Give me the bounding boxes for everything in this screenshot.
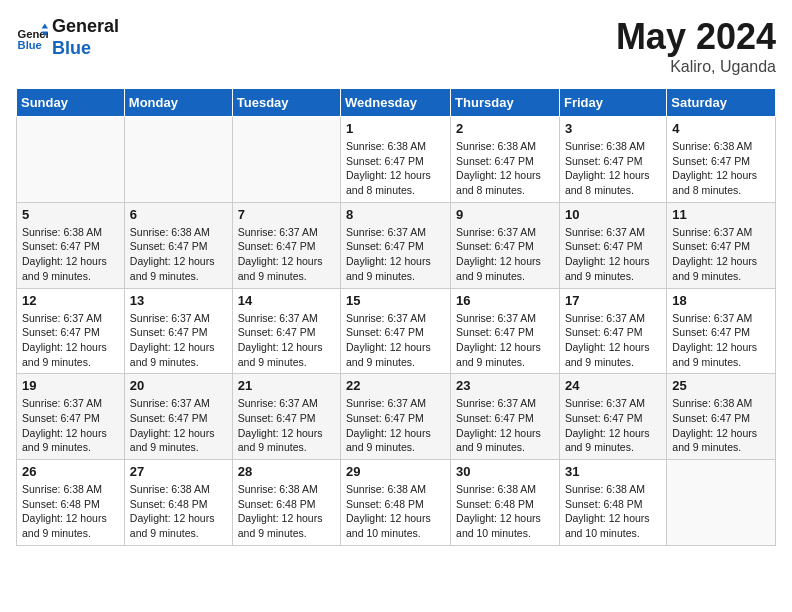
day-info: Sunrise: 6:37 AM Sunset: 6:47 PM Dayligh… xyxy=(456,396,554,455)
day-info: Sunrise: 6:37 AM Sunset: 6:47 PM Dayligh… xyxy=(456,225,554,284)
logo-general: General xyxy=(52,16,119,38)
day-number: 9 xyxy=(456,207,554,222)
day-info: Sunrise: 6:38 AM Sunset: 6:48 PM Dayligh… xyxy=(238,482,335,541)
day-info: Sunrise: 6:37 AM Sunset: 6:47 PM Dayligh… xyxy=(238,396,335,455)
calendar-week-row: 19Sunrise: 6:37 AM Sunset: 6:47 PM Dayli… xyxy=(17,374,776,460)
day-number: 16 xyxy=(456,293,554,308)
day-of-week-header: Monday xyxy=(124,89,232,117)
day-number: 12 xyxy=(22,293,119,308)
day-number: 8 xyxy=(346,207,445,222)
day-number: 19 xyxy=(22,378,119,393)
logo-blue: Blue xyxy=(52,38,119,60)
calendar-cell: 29Sunrise: 6:38 AM Sunset: 6:48 PM Dayli… xyxy=(341,460,451,546)
day-number: 10 xyxy=(565,207,661,222)
calendar-cell: 8Sunrise: 6:37 AM Sunset: 6:47 PM Daylig… xyxy=(341,202,451,288)
day-number: 11 xyxy=(672,207,770,222)
day-of-week-header: Friday xyxy=(559,89,666,117)
day-of-week-header: Wednesday xyxy=(341,89,451,117)
day-number: 30 xyxy=(456,464,554,479)
calendar-cell: 1Sunrise: 6:38 AM Sunset: 6:47 PM Daylig… xyxy=(341,117,451,203)
page-header: General Blue General Blue May 2024 Kalir… xyxy=(16,16,776,76)
day-number: 7 xyxy=(238,207,335,222)
calendar-cell: 4Sunrise: 6:38 AM Sunset: 6:47 PM Daylig… xyxy=(667,117,776,203)
calendar-cell: 30Sunrise: 6:38 AM Sunset: 6:48 PM Dayli… xyxy=(451,460,560,546)
calendar-cell: 24Sunrise: 6:37 AM Sunset: 6:47 PM Dayli… xyxy=(559,374,666,460)
day-number: 21 xyxy=(238,378,335,393)
svg-marker-2 xyxy=(42,23,48,28)
day-of-week-header: Tuesday xyxy=(232,89,340,117)
day-info: Sunrise: 6:38 AM Sunset: 6:47 PM Dayligh… xyxy=(130,225,227,284)
svg-text:Blue: Blue xyxy=(18,39,42,51)
calendar-week-row: 1Sunrise: 6:38 AM Sunset: 6:47 PM Daylig… xyxy=(17,117,776,203)
day-number: 14 xyxy=(238,293,335,308)
calendar-cell xyxy=(124,117,232,203)
day-info: Sunrise: 6:37 AM Sunset: 6:47 PM Dayligh… xyxy=(565,396,661,455)
calendar-week-row: 5Sunrise: 6:38 AM Sunset: 6:47 PM Daylig… xyxy=(17,202,776,288)
day-info: Sunrise: 6:37 AM Sunset: 6:47 PM Dayligh… xyxy=(130,311,227,370)
day-info: Sunrise: 6:38 AM Sunset: 6:47 PM Dayligh… xyxy=(672,139,770,198)
month-title: May 2024 xyxy=(616,16,776,58)
day-number: 13 xyxy=(130,293,227,308)
title-block: May 2024 Kaliro, Uganda xyxy=(616,16,776,76)
day-info: Sunrise: 6:37 AM Sunset: 6:47 PM Dayligh… xyxy=(346,225,445,284)
day-info: Sunrise: 6:37 AM Sunset: 6:47 PM Dayligh… xyxy=(22,311,119,370)
day-number: 20 xyxy=(130,378,227,393)
day-info: Sunrise: 6:38 AM Sunset: 6:47 PM Dayligh… xyxy=(565,139,661,198)
day-number: 3 xyxy=(565,121,661,136)
day-info: Sunrise: 6:38 AM Sunset: 6:47 PM Dayligh… xyxy=(672,396,770,455)
calendar-cell: 20Sunrise: 6:37 AM Sunset: 6:47 PM Dayli… xyxy=(124,374,232,460)
calendar-cell: 9Sunrise: 6:37 AM Sunset: 6:47 PM Daylig… xyxy=(451,202,560,288)
day-number: 5 xyxy=(22,207,119,222)
calendar-cell: 14Sunrise: 6:37 AM Sunset: 6:47 PM Dayli… xyxy=(232,288,340,374)
logo-icon: General Blue xyxy=(16,22,48,54)
calendar-cell: 7Sunrise: 6:37 AM Sunset: 6:47 PM Daylig… xyxy=(232,202,340,288)
day-info: Sunrise: 6:37 AM Sunset: 6:47 PM Dayligh… xyxy=(22,396,119,455)
day-info: Sunrise: 6:37 AM Sunset: 6:47 PM Dayligh… xyxy=(238,225,335,284)
day-number: 25 xyxy=(672,378,770,393)
day-info: Sunrise: 6:38 AM Sunset: 6:47 PM Dayligh… xyxy=(346,139,445,198)
day-info: Sunrise: 6:37 AM Sunset: 6:47 PM Dayligh… xyxy=(456,311,554,370)
day-of-week-header: Saturday xyxy=(667,89,776,117)
day-number: 6 xyxy=(130,207,227,222)
calendar-cell: 16Sunrise: 6:37 AM Sunset: 6:47 PM Dayli… xyxy=(451,288,560,374)
calendar-cell: 10Sunrise: 6:37 AM Sunset: 6:47 PM Dayli… xyxy=(559,202,666,288)
day-number: 22 xyxy=(346,378,445,393)
day-number: 2 xyxy=(456,121,554,136)
day-number: 28 xyxy=(238,464,335,479)
day-of-week-header: Sunday xyxy=(17,89,125,117)
calendar-cell: 19Sunrise: 6:37 AM Sunset: 6:47 PM Dayli… xyxy=(17,374,125,460)
calendar-cell: 25Sunrise: 6:38 AM Sunset: 6:47 PM Dayli… xyxy=(667,374,776,460)
calendar-cell: 18Sunrise: 6:37 AM Sunset: 6:47 PM Dayli… xyxy=(667,288,776,374)
day-info: Sunrise: 6:37 AM Sunset: 6:47 PM Dayligh… xyxy=(238,311,335,370)
day-number: 24 xyxy=(565,378,661,393)
calendar-cell: 2Sunrise: 6:38 AM Sunset: 6:47 PM Daylig… xyxy=(451,117,560,203)
calendar-cell: 23Sunrise: 6:37 AM Sunset: 6:47 PM Dayli… xyxy=(451,374,560,460)
day-number: 15 xyxy=(346,293,445,308)
location: Kaliro, Uganda xyxy=(616,58,776,76)
calendar-cell xyxy=(232,117,340,203)
day-of-week-header: Thursday xyxy=(451,89,560,117)
day-info: Sunrise: 6:38 AM Sunset: 6:48 PM Dayligh… xyxy=(346,482,445,541)
calendar-cell: 3Sunrise: 6:38 AM Sunset: 6:47 PM Daylig… xyxy=(559,117,666,203)
day-info: Sunrise: 6:37 AM Sunset: 6:47 PM Dayligh… xyxy=(346,311,445,370)
calendar-table: SundayMondayTuesdayWednesdayThursdayFrid… xyxy=(16,88,776,546)
calendar-week-row: 26Sunrise: 6:38 AM Sunset: 6:48 PM Dayli… xyxy=(17,460,776,546)
day-number: 29 xyxy=(346,464,445,479)
day-info: Sunrise: 6:38 AM Sunset: 6:48 PM Dayligh… xyxy=(456,482,554,541)
day-number: 31 xyxy=(565,464,661,479)
day-info: Sunrise: 6:37 AM Sunset: 6:47 PM Dayligh… xyxy=(672,225,770,284)
day-number: 1 xyxy=(346,121,445,136)
calendar-cell: 15Sunrise: 6:37 AM Sunset: 6:47 PM Dayli… xyxy=(341,288,451,374)
calendar-cell: 21Sunrise: 6:37 AM Sunset: 6:47 PM Dayli… xyxy=(232,374,340,460)
calendar-cell xyxy=(17,117,125,203)
day-number: 17 xyxy=(565,293,661,308)
calendar-cell: 13Sunrise: 6:37 AM Sunset: 6:47 PM Dayli… xyxy=(124,288,232,374)
day-info: Sunrise: 6:37 AM Sunset: 6:47 PM Dayligh… xyxy=(565,225,661,284)
calendar-cell: 11Sunrise: 6:37 AM Sunset: 6:47 PM Dayli… xyxy=(667,202,776,288)
calendar-cell: 22Sunrise: 6:37 AM Sunset: 6:47 PM Dayli… xyxy=(341,374,451,460)
day-number: 23 xyxy=(456,378,554,393)
day-info: Sunrise: 6:37 AM Sunset: 6:47 PM Dayligh… xyxy=(672,311,770,370)
calendar-cell: 12Sunrise: 6:37 AM Sunset: 6:47 PM Dayli… xyxy=(17,288,125,374)
day-number: 4 xyxy=(672,121,770,136)
day-info: Sunrise: 6:37 AM Sunset: 6:47 PM Dayligh… xyxy=(565,311,661,370)
